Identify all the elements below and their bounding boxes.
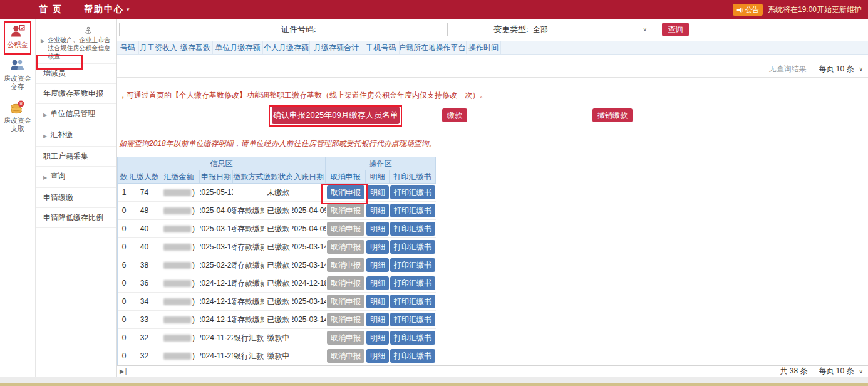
- print-button[interactable]: 打印汇缴书: [390, 295, 435, 308]
- main-content: 证件号码: 变更类型: 全部 ∨ 查询 号码月工资收入缴存基数单位月缴存额个人月…: [117, 19, 868, 377]
- table-cell: 明细: [366, 202, 390, 219]
- nav-help-label: 帮助中心: [84, 4, 124, 15]
- menu-item-1[interactable]: ▶企业破产、企业上市合法合规住房公积金信息核查: [36, 33, 116, 64]
- table-cell: 2025-03-14: [200, 238, 233, 256]
- print-button[interactable]: 打印汇缴书: [390, 204, 435, 217]
- nav-home[interactable]: 首 页: [39, 4, 63, 15]
- detail-button[interactable]: 明细: [366, 258, 389, 272]
- table-cell: 2024-12-18: [200, 274, 233, 292]
- redacted-amount: [163, 353, 191, 360]
- announcement-badge[interactable]: 公告: [733, 4, 763, 16]
- menu-item-2[interactable]: 增减员: [36, 64, 116, 84]
- anchor-icon[interactable]: [85, 26, 92, 38]
- no-result-text: 无查询结果: [768, 64, 806, 75]
- print-button[interactable]: 打印汇缴书: [390, 331, 435, 345]
- pay-button[interactable]: 缴款: [442, 108, 467, 122]
- table-cell: [292, 184, 326, 201]
- table-cell: [292, 329, 326, 347]
- print-button[interactable]: 打印汇缴书: [390, 258, 435, 272]
- amount-suffix: ): [192, 315, 195, 324]
- table-cell: 2025-04-09: [292, 202, 326, 219]
- menu-item-label: 企业破产、企业上市合法合规住房公积金信息核查: [48, 36, 115, 60]
- detail-button[interactable]: 明细: [366, 185, 389, 199]
- print-button[interactable]: 打印汇缴书: [390, 349, 435, 363]
- table-cell: 38: [130, 256, 158, 274]
- remittance-table: 信息区操作区数汇缴人数汇缴金额申报日期缴款方式缴款状态入账日期取消申报明细打印汇…: [117, 157, 436, 365]
- table-cell: 0: [118, 311, 130, 328]
- table-cell: 已缴款: [264, 293, 292, 310]
- page-size-select-bottom[interactable]: 每页 10 条 ∨: [819, 366, 863, 377]
- last-page-icon[interactable]: ▶|: [120, 368, 127, 375]
- confirm-declare-button[interactable]: 确认申报2025年09月缴存人员名单: [272, 107, 400, 124]
- topbar: 首 页 帮助中心 ▾ 公告 系统将在19:00开始更新维护: [0, 0, 868, 19]
- triangle-right-icon: ▶: [43, 132, 47, 141]
- rail-item-label: 房改资金支取: [1, 117, 34, 133]
- query-button[interactable]: 查询: [662, 23, 689, 36]
- id-number-input[interactable]: [323, 23, 448, 36]
- print-button[interactable]: 打印汇缴书: [390, 240, 435, 254]
- table-cell: [233, 184, 264, 201]
- table-header-row: 数汇缴人数汇缴金额申报日期缴款方式缴款状态入账日期取消申报明细打印汇缴书: [118, 170, 436, 184]
- table-cell: ): [158, 256, 200, 274]
- print-button[interactable]: 打印汇缴书: [390, 313, 435, 326]
- detail-button[interactable]: 明细: [366, 349, 389, 363]
- table-footer: ▶| 共 38 条 每页 10 条 ∨: [117, 365, 868, 377]
- cancel-declare-button: 取消申报: [327, 240, 364, 254]
- change-type-select[interactable]: 全部 ∨: [529, 23, 651, 36]
- menu-item-3[interactable]: 年度缴存基数申报: [36, 84, 116, 104]
- rail-item-fund-withdraw[interactable]: ¥ 房改资金支取: [0, 95, 35, 137]
- table-cell: 打印汇缴书: [390, 329, 436, 347]
- menu-item-5[interactable]: ▶汇补缴: [36, 125, 116, 147]
- table-cell: 2024-11-22: [200, 329, 233, 347]
- detail-button[interactable]: 明细: [366, 295, 389, 308]
- column-header: 操作平台: [435, 41, 467, 54]
- print-button[interactable]: 打印汇缴书: [390, 276, 435, 290]
- detail-button[interactable]: 明细: [366, 331, 389, 345]
- detail-button[interactable]: 明细: [366, 240, 389, 254]
- table-cell: 2024-12-12: [200, 311, 233, 328]
- nav-help-center[interactable]: 帮助中心 ▾: [84, 4, 130, 15]
- table-cell: 33: [130, 311, 158, 328]
- table-cell: 2025-03-14: [292, 256, 326, 274]
- menu-item-6[interactable]: 职工户籍采集: [36, 147, 116, 167]
- menu-item-8[interactable]: 申请缓缴: [36, 188, 116, 208]
- table-cell: 40: [130, 220, 158, 237]
- table-cell: 2025-04-09: [200, 202, 233, 219]
- detail-button[interactable]: 明细: [366, 276, 389, 290]
- redacted-amount: [163, 189, 191, 196]
- menu-item-4[interactable]: ▶单位信息管理: [36, 104, 116, 125]
- cancel-declare-button: 取消申报: [327, 222, 364, 236]
- redacted-amount: [163, 207, 191, 214]
- detail-button[interactable]: 明细: [366, 222, 389, 236]
- name-input[interactable]: [119, 23, 244, 36]
- table-cell: 2024-12-13: [200, 293, 233, 310]
- table-cell: 0: [118, 347, 130, 365]
- cancel-declare-button[interactable]: 取消申报: [327, 185, 364, 199]
- table-cell: ): [158, 347, 200, 365]
- page-size-select-top[interactable]: 每页 10 条 ∨: [819, 64, 863, 75]
- menu-item-9[interactable]: 申请降低缴存比例: [36, 208, 116, 228]
- table-cell: 银行汇款: [233, 329, 264, 347]
- detail-button[interactable]: 明细: [366, 204, 389, 217]
- amount-suffix: ): [192, 243, 195, 251]
- menu-item-7[interactable]: ▶查询: [36, 167, 116, 188]
- table-cell: 2024-12-18: [292, 274, 326, 292]
- chevron-down-icon: ▾: [127, 6, 130, 13]
- amount-suffix: ): [192, 206, 195, 215]
- table-cell: 打印汇缴书: [390, 238, 436, 256]
- table-cell: 明细: [366, 184, 390, 201]
- column-header: 申报日期: [200, 170, 233, 184]
- table-cell: 已缴款: [264, 274, 292, 292]
- announcement-label: 公告: [745, 5, 759, 14]
- cancel-pay-button[interactable]: 撤销缴款: [592, 108, 633, 122]
- maintenance-notice-link[interactable]: 系统将在19:00开始更新维护: [768, 4, 862, 15]
- table-cell: 2024-11-21: [200, 347, 233, 365]
- detail-button[interactable]: 明细: [366, 313, 389, 326]
- print-button[interactable]: 打印汇缴书: [390, 185, 435, 199]
- rail-item-provident-fund[interactable]: 公积金: [0, 19, 35, 53]
- rail-item-fund-deposit[interactable]: 房改资金交存: [0, 53, 35, 95]
- table-cell: 打印汇缴书: [390, 293, 436, 310]
- table-cell: 打印汇缴书: [390, 220, 436, 237]
- print-button[interactable]: 打印汇缴书: [390, 222, 435, 236]
- table-cell: ): [158, 311, 200, 328]
